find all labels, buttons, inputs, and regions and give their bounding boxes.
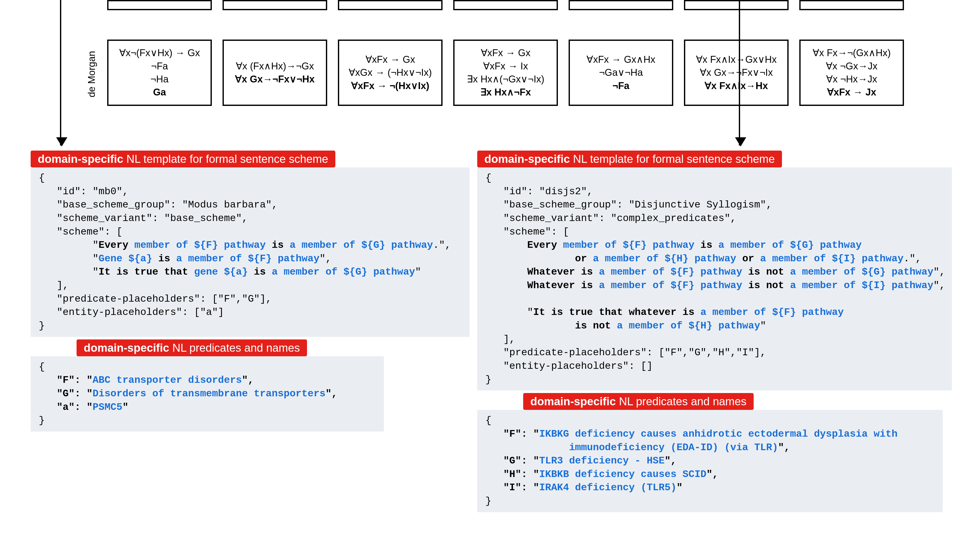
logic-box-1: ∀x (Fx∧Hx)→¬Gx∀x Gx→¬Fx∨¬Hx xyxy=(223,40,327,106)
logic-line: ¬Fa xyxy=(151,60,168,73)
logic-box-stub xyxy=(799,0,904,10)
logic-line: ∀x ¬Gx→Jx xyxy=(826,60,877,73)
code-right-template: { "id": "disjs2", "base_scheme_group": "… xyxy=(477,167,952,390)
logic-box-3: ∀xFx → Gx∀xFx → Ix∃x Hx∧(¬Gx∨¬Ix)∃x Hx∧¬… xyxy=(453,40,558,106)
logic-box-stub xyxy=(453,0,558,10)
row-label-demorgan: de Morgan xyxy=(87,41,97,107)
logic-line: ¬Ga∨¬Ha xyxy=(599,66,643,79)
logic-line: ∀xFx → Jx xyxy=(827,86,877,99)
logic-box-stub xyxy=(684,0,789,10)
logic-box-6: ∀x Fx→¬(Gx∧Hx)∀x ¬Gx→Jx∀x ¬Hx→Jx∀xFx → J… xyxy=(799,40,904,106)
logic-box-4: ∀xFx → Gx∧Hx¬Ga∨¬Ha¬Fa xyxy=(569,40,673,106)
logic-line: ∀xFx → Gx xyxy=(366,53,415,66)
logic-box-5: ∀x Fx∧Ix→Gx∨Hx∀x Gx→¬Fx∨¬Ix∀x Fx∧Ix→Hx xyxy=(684,40,789,106)
logic-line: ∀x Gx→¬Fx∨¬Hx xyxy=(235,73,315,86)
logic-line: ∀x¬(Fx∨Hx) → Gx xyxy=(119,46,200,59)
banner-template-left: domain-specific NL template for formal s… xyxy=(30,151,335,167)
logic-line: ∀x Fx∧Ix→Gx∨Hx xyxy=(696,53,776,66)
logic-line: ∀x ¬Hx→Jx xyxy=(826,73,877,86)
arrow-left xyxy=(60,0,61,145)
logic-box-stub xyxy=(338,0,442,10)
logic-box-stub xyxy=(223,0,327,10)
logic-box-0: ∀x¬(Fx∨Hx) → Gx¬Fa¬HaGa xyxy=(107,40,212,106)
code-left-predicates: { "F": "ABC transporter disorders", "G":… xyxy=(30,356,384,432)
logic-box-stub xyxy=(107,0,212,10)
logic-line: ∀xGx → (¬Hx∨¬Ix) xyxy=(348,66,432,79)
logic-line: ∃x Hx∧(¬Gx∨¬Ix) xyxy=(467,73,544,86)
logic-row-top xyxy=(107,0,904,10)
banner-predicates-left: domain-specific NL predicates and names xyxy=(76,339,307,356)
code-left-template: { "id": "mb0", "base_scheme_group": "Mod… xyxy=(30,167,469,337)
logic-line: ∀xFx → Gx xyxy=(481,46,531,59)
logic-line: ∀x Fx∧Ix→Hx xyxy=(705,80,768,92)
logic-line: ∃x Hx∧¬Fx xyxy=(480,86,531,99)
arrow-tick xyxy=(739,105,788,106)
logic-line: Ga xyxy=(153,86,166,99)
arrow-right xyxy=(739,0,740,145)
logic-line: ∀x (Fx∧Hx)→¬Gx xyxy=(236,60,314,73)
logic-line: ∀x Fx→¬(Gx∧Hx) xyxy=(813,46,891,59)
logic-line: ∀xFx → Gx∧Hx xyxy=(587,53,655,66)
right-column: domain-specific NL template for formal s… xyxy=(477,151,952,512)
logic-line: ∀xFx → Ix xyxy=(483,60,528,73)
code-right-predicates: { "F": "IKBKG deficiency causes anhidrot… xyxy=(477,410,943,512)
logic-line: ¬Ha xyxy=(151,73,169,86)
left-column: domain-specific NL template for formal s… xyxy=(30,151,469,432)
banner-template-right: domain-specific NL template for formal s… xyxy=(477,151,782,167)
logic-line: ∀x Gx→¬Fx∨¬Ix xyxy=(700,66,773,79)
logic-row-demorgan: ∀x¬(Fx∨Hx) → Gx¬Fa¬HaGa∀x (Fx∧Hx)→¬Gx∀x … xyxy=(107,40,904,106)
logic-line: ¬Fa xyxy=(612,80,630,92)
logic-line: ∀xFx → ¬(Hx∨Ix) xyxy=(351,80,429,92)
logic-box-stub xyxy=(569,0,673,10)
logic-box-2: ∀xFx → Gx∀xGx → (¬Hx∨¬Ix)∀xFx → ¬(Hx∨Ix) xyxy=(338,40,442,106)
banner-predicates-right: domain-specific NL predicates and names xyxy=(523,393,754,410)
